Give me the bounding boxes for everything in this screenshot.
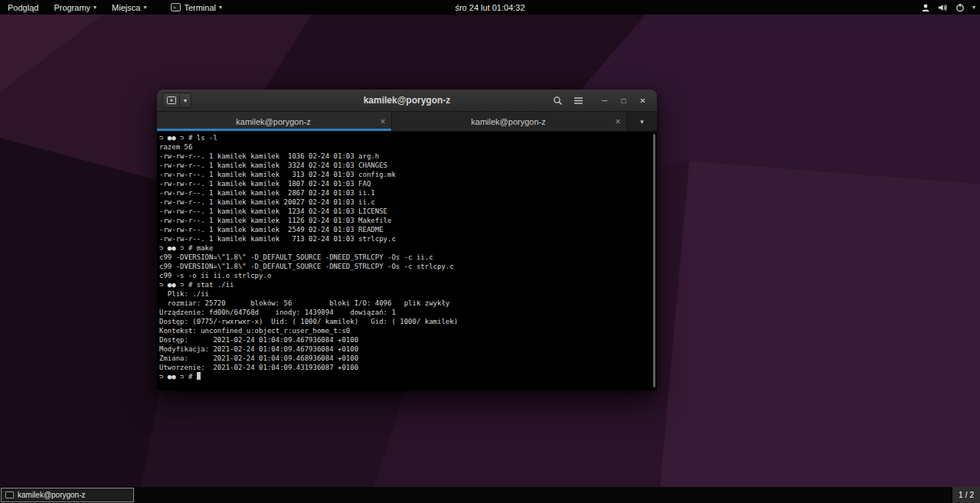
- workspace-separator: /: [965, 491, 968, 499]
- header-controls: ─ □ ✕: [550, 93, 650, 109]
- terminal-line: -rw-rw-r--. 1 kamilek kamilek 1126 02-24…: [159, 216, 657, 225]
- terminal-scrollbar[interactable]: [653, 134, 655, 387]
- tab-1[interactable]: kamilek@porygon-z ×: [157, 112, 392, 131]
- system-menu[interactable]: ▾: [921, 0, 975, 15]
- volume-icon: [938, 3, 948, 12]
- applications-label: Programy: [54, 3, 90, 12]
- terminal-line: c99 -s -o ii ii.o strlcpy.o: [159, 271, 657, 280]
- terminal-line: -rw-rw-r--. 1 kamilek kamilek 313 02-24 …: [159, 170, 657, 179]
- search-button[interactable]: [550, 93, 566, 109]
- new-tab-button[interactable]: [163, 93, 180, 107]
- terminal-line: Kontekst: unconfined_u:object_r:user_hom…: [159, 326, 657, 335]
- terminal-line: ⊃ ●● ⊃ # stat ./ii: [159, 280, 657, 289]
- terminal-line: -rw-rw-r--. 1 kamilek kamilek 20027 02-2…: [159, 198, 657, 207]
- activities-label: Podgląd: [8, 3, 38, 12]
- activities-button[interactable]: Podgląd: [0, 0, 46, 15]
- terminal-screen[interactable]: ⊃ ●● ⊃ # ls -lrazem 56-rw-rw-r--. 1 kami…: [157, 132, 657, 390]
- terminal-line: rozmiar: 25720 bloków: 56 bloki I/O: 409…: [159, 299, 657, 308]
- new-tab-icon: [167, 96, 176, 104]
- terminal-line: Utworzenie: 2021-02-24 01:04:09.43193608…: [159, 363, 657, 372]
- tab-close-button[interactable]: ×: [609, 116, 626, 127]
- places-label: Miejsca: [112, 3, 140, 12]
- search-icon: [553, 96, 563, 106]
- terminal-line: -rw-rw-r--. 1 kamilek kamilek 1807 02-24…: [159, 179, 657, 188]
- window-title: kamilek@porygon-z: [364, 95, 451, 106]
- terminal-line: c99 -DVERSION=\"1.8\" -D_DEFAULT_SOURCE …: [159, 262, 657, 271]
- terminal-icon: [5, 492, 14, 498]
- terminal-line: Dostęp: 2021-02-24 01:04:09.467936084 +0…: [159, 335, 657, 345]
- window-header-bar[interactable]: ▾ kamilek@porygon-z ─ □ ✕: [157, 90, 657, 112]
- terminal-line: -rw-rw-r--. 1 kamilek kamilek 713 02-24 …: [159, 234, 657, 243]
- terminal-output: ⊃ ●● ⊃ # ls -lrazem 56-rw-rw-r--. 1 kami…: [157, 132, 657, 381]
- workspace-total: 2: [969, 491, 974, 499]
- terminal-line: -rw-rw-r--. 1 kamilek kamilek 1036 02-24…: [159, 152, 657, 161]
- tab-label: kamilek@porygon-z: [407, 117, 609, 126]
- terminal-window: ▾ kamilek@porygon-z ─ □ ✕: [157, 90, 657, 390]
- terminal-line: -rw-rw-r--. 1 kamilek kamilek 2549 02-24…: [159, 225, 657, 234]
- power-icon: [956, 3, 965, 12]
- top-bar: Podgląd Programy ▾ Miejsca ▾ >_ Terminal…: [0, 0, 980, 15]
- terminal-line: ⊃ ●● ⊃ # make: [159, 243, 657, 253]
- workspace-switcher[interactable]: 1 / 2: [952, 487, 980, 503]
- chevron-down-icon: ▾: [93, 5, 96, 11]
- chevron-down-icon: ▾: [972, 5, 975, 11]
- app-menu-terminal[interactable]: >_ Terminal ▾: [163, 0, 230, 15]
- places-menu[interactable]: Miejsca ▾: [104, 0, 154, 15]
- close-button[interactable]: ✕: [635, 93, 650, 108]
- maximize-button[interactable]: □: [616, 93, 631, 108]
- new-tab-dropdown-button[interactable]: ▾: [180, 93, 191, 107]
- terminal-line: c99 -DVERSION=\"1.8\" -D_DEFAULT_SOURCE …: [159, 253, 657, 262]
- tab-close-button[interactable]: ×: [374, 116, 391, 127]
- applications-menu[interactable]: Programy ▾: [46, 0, 104, 15]
- terminal-line: ⊃ ●● ⊃ #: [159, 372, 657, 381]
- app-menu-label: Terminal: [184, 3, 216, 12]
- tab-bar: kamilek@porygon-z × kamilek@porygon-z × …: [157, 112, 657, 132]
- terminal-line: -rw-rw-r--. 1 kamilek kamilek 1234 02-24…: [159, 207, 657, 216]
- new-tab-control: ▾: [162, 93, 191, 108]
- task-button[interactable]: kamilek@porygon-z: [1, 488, 134, 502]
- tab-list-button[interactable]: ▾: [627, 112, 657, 131]
- minimize-button[interactable]: ─: [597, 93, 612, 108]
- chevron-down-icon: ▾: [143, 5, 146, 11]
- terminal-icon: >_: [171, 3, 181, 11]
- terminal-line: -rw-rw-r--. 1 kamilek kamilek 3324 02-24…: [159, 161, 657, 170]
- clock[interactable]: śro 24 lut 01:04:32: [455, 0, 524, 15]
- tab-label: kamilek@porygon-z: [172, 117, 374, 126]
- hamburger-icon: [573, 96, 583, 105]
- terminal-line: Plik: ./ii: [159, 289, 657, 299]
- terminal-line: -rw-rw-r--. 1 kamilek kamilek 2867 02-24…: [159, 188, 657, 198]
- chevron-down-icon: ▾: [640, 118, 644, 126]
- clock-label: śro 24 lut 01:04:32: [455, 3, 524, 12]
- terminal-line: Modyfikacja: 2021-02-24 01:04:09.4679360…: [159, 345, 657, 354]
- task-label: kamilek@porygon-z: [18, 491, 86, 499]
- terminal-line: Zmiana: 2021-02-24 01:04:09.468936084 +0…: [159, 354, 657, 363]
- menu-button[interactable]: [570, 93, 586, 109]
- terminal-cursor: [197, 372, 201, 380]
- chevron-down-icon: ▾: [184, 97, 187, 104]
- terminal-line: razem 56: [159, 142, 657, 152]
- terminal-line: Dostęp: (0775/-rwxrwxr-x) Uid: ( 1000/ k…: [159, 317, 657, 326]
- tab-2[interactable]: kamilek@porygon-z ×: [392, 112, 627, 131]
- window-list-bar: kamilek@porygon-z 1 / 2: [0, 487, 980, 503]
- user-icon: [921, 3, 930, 12]
- terminal-line: Urządzenie: fd00h/64768d inody: 1439894 …: [159, 308, 657, 317]
- chevron-down-icon: ▾: [219, 5, 222, 11]
- workspace-current: 1: [959, 491, 963, 499]
- terminal-line: ⊃ ●● ⊃ # ls -l: [159, 133, 657, 142]
